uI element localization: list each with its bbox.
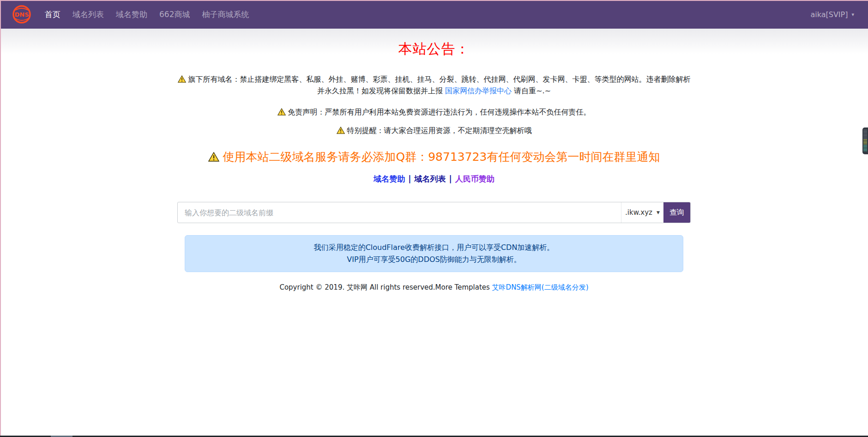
footer-site-link[interactable]: 艾咔DNS解析网(二级域名分发) <box>492 283 589 291</box>
info-box: 我们采用稳定的CloudFlare收费解析接口，用户可以享受CDN加速解析。 V… <box>185 235 683 272</box>
select-caret-icon: ▼ <box>657 210 660 215</box>
link-domain-list[interactable]: 域名列表 <box>415 174 446 183</box>
side-widget-stripes-gray <box>863 130 867 140</box>
qq-group-notice: 使用本站二级域名服务请务必添加Q群：98713723有任何变动会第一时间在群里通… <box>0 149 868 164</box>
warning-icon <box>277 108 286 116</box>
nav-item-domain-sponsor[interactable]: 域名赞助 <box>110 0 153 29</box>
search-button[interactable]: 查询 <box>663 202 690 223</box>
page-title: 本站公告： <box>0 40 868 59</box>
domain-prefix-input[interactable] <box>178 202 621 223</box>
copyright-text: Copyright © 2019. 艾咔网 All rights reserve… <box>279 283 492 291</box>
link-separator: | <box>449 174 452 183</box>
warning-icon <box>208 152 219 162</box>
nav-item-domain-list[interactable]: 域名列表 <box>66 0 110 29</box>
info-line-1: 我们采用稳定的CloudFlare收费解析接口，用户可以享受CDN加速解析。 <box>194 242 674 254</box>
nav-item-youzi-shop[interactable]: 柚子商城系统 <box>196 0 255 29</box>
chevron-down-icon: ▾ <box>851 12 854 18</box>
warning-icon <box>337 127 345 134</box>
notice-domains: 旗下所有域名：禁止搭建绑定黑客、私服、外挂、赌博、彩票、挂机、挂马、分裂、跳转、… <box>175 73 694 97</box>
svg-text:DNS: DNS <box>14 11 29 18</box>
globe-dns-icon: DNS <box>12 5 31 24</box>
nav-item-662-shop[interactable]: 662商城 <box>153 0 196 29</box>
side-widget[interactable] <box>862 127 868 154</box>
window-top-edge <box>0 0 868 1</box>
notice-text: 特别提醒：请大家合理运用资源，不定期清理空壳解析哦 <box>347 126 532 135</box>
side-widget-stripes-yellow <box>863 140 867 145</box>
quick-links: 域名赞助|域名列表|人民币赞助 <box>0 174 868 184</box>
notice-text: 请自重~.~ <box>512 86 551 95</box>
notice-disclaimer: 免责声明：严禁所有用户利用本站免费资源进行违法行为，任何违规操作本站不负任何责任… <box>175 106 694 118</box>
selected-domain-suffix: .ikw.xyz <box>625 208 652 217</box>
domain-search-form: .ikw.xyz ▼ 查询 <box>177 202 691 223</box>
navbar: DNS 首页 域名列表 域名赞助 662商城 柚子商城系统 aika[SVIP]… <box>0 0 868 29</box>
domain-suffix-select[interactable]: .ikw.xyz ▼ <box>621 202 663 223</box>
logo[interactable]: DNS <box>12 5 31 24</box>
notice-text: 免责声明：严禁所有用户利用本站免费资源进行违法行为，任何违规操作本站不负任何责任… <box>288 108 591 116</box>
link-rmb-sponsor[interactable]: 人民币赞助 <box>455 174 494 183</box>
window-left-edge <box>0 0 1 437</box>
side-widget-stripes-teal <box>863 145 867 152</box>
footer: Copyright © 2019. 艾咔网 All rights reserve… <box>0 283 868 310</box>
link-separator: | <box>408 174 411 183</box>
user-label: aika[SVIP] <box>810 10 848 19</box>
nav-item-home[interactable]: 首页 <box>39 0 66 29</box>
notice-reminder: 特别提醒：请大家合理运用资源，不定期清理空壳解析哦 <box>175 125 694 136</box>
report-center-link[interactable]: 国家网信办举报中心 <box>445 86 512 95</box>
user-menu[interactable]: aika[SVIP] ▾ <box>808 10 856 19</box>
qq-notice-text: 使用本站二级域名服务请务必添加Q群：98713723有任何变动会第一时间在群里通… <box>223 150 660 164</box>
warning-icon <box>178 75 186 83</box>
notice-text: 旗下所有域名：禁止搭建绑定黑客、私服、外挂、赌博、彩票、挂机、挂马、分裂、跳转、… <box>188 75 691 95</box>
link-domain-sponsor[interactable]: 域名赞助 <box>374 174 405 183</box>
info-line-2: VIP用户可享受50G的DDOS防御能力与无限制解析。 <box>194 254 674 266</box>
main-content: 本站公告： 旗下所有域名：禁止搭建绑定黑客、私服、外挂、赌博、彩票、挂机、挂马、… <box>0 29 868 310</box>
